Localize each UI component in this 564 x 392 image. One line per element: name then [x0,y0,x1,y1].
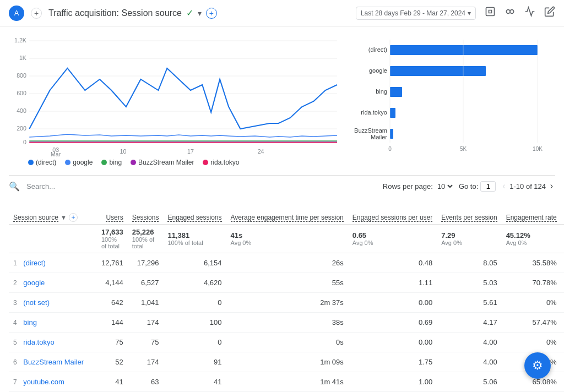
table-row: 1 (direct) 12,761 17,296 6,154 26s 0.48 … [9,253,564,273]
th-sessions-label[interactable]: Sessions [132,214,159,222]
table-row: 3 (not set) 642 1,041 0 2m 37s 0.00 5.61… [9,293,564,313]
cell-event-count: 696 [561,352,564,372]
th-engaged-per-user-label[interactable]: Engaged sessions per user [352,214,432,222]
cell-source: 6 BuzzStream Mailer [9,352,97,372]
totals-engaged: 11,381 100% of total [163,225,226,253]
th-users: Users [97,197,128,225]
cell-events: 5.61 [437,293,501,313]
chart-section: 1.2K 1K 800 600 400 200 0 [9,26,555,175]
cell-engaged: 91 [163,352,226,372]
svg-text:200: 200 [17,126,26,132]
chevron-icon[interactable]: ▾ [198,9,202,18]
cell-events: 8.05 [437,253,501,273]
cell-avg-time: 26s [226,253,348,273]
th-engaged-per-user: Engaged sessions per user [348,197,437,225]
totals-event-count: 183,784 100% of total [561,225,564,253]
cell-avg-time: 1m 09s [226,352,348,372]
legend-item-rida[interactable]: rida.tokyo [203,159,239,166]
cell-users: 642 [97,293,128,313]
date-range-picker[interactable]: Last 28 days Feb 29 - Mar 27, 2024 ▾ [356,7,476,20]
insights-icon[interactable] [524,6,535,20]
cell-users: 75 [97,333,128,352]
fab-button[interactable]: ⚙ [524,352,551,379]
main-content: 1.2K 1K 800 600 400 200 0 [0,26,564,392]
cell-avg-time: 2m 37s [226,293,348,313]
edit-icon[interactable] [544,6,555,20]
cell-users: 41 [97,372,128,392]
svg-text:rida.tokyo: rida.tokyo [361,109,387,116]
cell-avg-time: 1m 41s [226,372,348,392]
svg-text:10K: 10K [533,146,543,152]
cell-users: 12,761 [97,253,128,273]
svg-text:10: 10 [120,149,127,155]
search-input[interactable] [26,182,137,190]
source-link[interactable]: BuzzStream Mailer [23,358,84,366]
legend-item-direct[interactable]: (direct) [28,159,56,166]
source-link[interactable]: youtube.com [23,378,64,386]
source-link[interactable]: (not set) [23,298,50,307]
th-avg-engagement: Average engagement time per session [226,197,348,225]
goto-label: Go to: [459,182,478,190]
line-chart-svg: 1.2K 1K 800 600 400 200 0 [9,35,337,156]
legend-item-google[interactable]: google [65,159,93,166]
cell-events: 4.00 [437,333,501,352]
line-chart: 1.2K 1K 800 600 400 200 0 [9,35,337,156]
legend-item-bing[interactable]: bing [101,159,122,166]
cell-engaged: 6,154 [163,253,226,273]
source-link[interactable]: (direct) [23,259,45,267]
cell-source: 7 youtube.com [9,372,97,392]
legend-dot-direct [28,160,34,165]
totals-events: 7.29 Avg 0% [437,225,501,253]
svg-text:BuzzStream: BuzzStream [354,127,387,134]
th-users-label[interactable]: Users [106,214,123,222]
svg-rect-32 [390,129,393,139]
cell-event-count: 319 [561,372,564,392]
cell-events: 4.00 [437,352,501,372]
add-button[interactable]: + [31,8,42,19]
avatar[interactable]: A [9,6,24,21]
compare-icon[interactable] [505,6,516,20]
table-row: 2 google 4,144 6,527 4,620 55s 1.11 5.03… [9,273,564,293]
th-events-per-session-label[interactable]: Events per session [441,214,497,222]
add-report-button[interactable]: + [206,8,217,19]
source-link[interactable]: google [23,279,45,287]
th-avg-engagement-label[interactable]: Average engagement time per session [231,214,344,222]
cell-users: 52 [97,352,128,372]
totals-rate: 45.12% Avg 0% [502,225,561,253]
source-link[interactable]: bing [23,318,37,326]
cell-rate: 70.78% [502,273,561,293]
legend-dot-buzzstream [131,160,136,165]
svg-text:5K: 5K [460,146,467,152]
cell-rate: 0% [502,333,561,352]
th-engaged-sessions-label[interactable]: Engaged sessions [167,214,221,222]
prev-page-button[interactable]: ‹ [500,180,507,192]
page-title: Traffic acquisition: Session source ✓ ▾ … [48,8,349,19]
svg-text:0: 0 [23,139,26,145]
rows-per-page-select[interactable]: 10 25 50 [435,182,454,191]
legend-dot-bing [101,160,107,165]
svg-point-2 [510,10,514,14]
next-page-button[interactable]: › [548,180,555,192]
th-sessions: Sessions [128,197,164,225]
share-icon[interactable] [485,6,496,20]
goto-page: Go to: [459,181,496,192]
th-engaged-sessions: Engaged sessions [163,197,226,225]
cell-sessions: 17,296 [128,253,164,273]
cell-users: 144 [97,313,128,333]
source-link[interactable]: rida.tokyo [23,338,54,346]
cell-events: 5.06 [437,372,501,392]
cell-avg-time: 0s [226,333,348,352]
cell-avg-time: 55s [226,273,348,293]
cell-events: 5.03 [437,273,501,293]
legend-item-buzzstream[interactable]: BuzzStream Mailer [131,159,194,166]
add-dimension-button[interactable]: + [69,213,78,222]
svg-rect-28 [390,45,538,55]
cell-engaged-user: 0.00 [348,333,437,352]
th-session-source-label[interactable]: Session source [13,214,58,222]
th-engagement-rate: Engagement rate [502,197,561,225]
th-engagement-rate-label[interactable]: Engagement rate [506,214,557,222]
cell-source: 1 (direct) [9,253,97,273]
goto-input[interactable] [480,181,496,192]
row-number: 1 [13,259,17,267]
cell-rate: 35.58% [502,253,561,273]
